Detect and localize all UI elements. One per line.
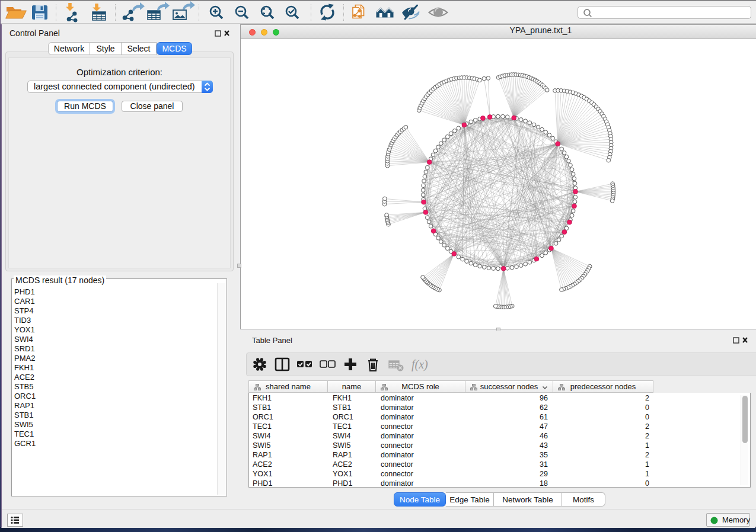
- svg-text:f(x): f(x): [412, 358, 428, 371]
